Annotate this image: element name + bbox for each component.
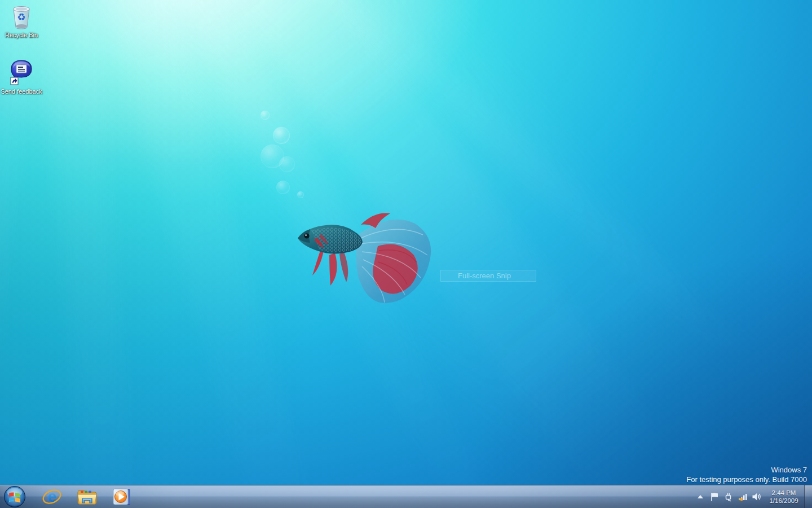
clock-date: 1/16/2009 xyxy=(765,497,803,505)
show-desktop-button[interactable] xyxy=(804,485,812,508)
volume-button[interactable] xyxy=(749,485,764,508)
svg-text:e: e xyxy=(47,488,56,505)
internet-explorer-icon: e xyxy=(42,487,62,507)
chevron-up-icon xyxy=(697,494,704,499)
betta-fish xyxy=(294,208,434,312)
bubble xyxy=(276,181,290,194)
bubble xyxy=(261,111,270,120)
send-feedback-icon xyxy=(8,59,35,87)
desktop-icon-recycle-bin[interactable]: ♻ Recycle Bin xyxy=(0,3,43,39)
clock-time: 2:44 PM xyxy=(765,489,803,497)
recycle-bin-icon: ♻ xyxy=(8,3,35,30)
desktop-wallpaper: Full-screen Snip ♻ Recycle Bin xyxy=(0,0,812,508)
desktop-icon-label: Recycle Bin xyxy=(0,32,43,39)
ghost-fullscreen-snip-overlay: Full-screen Snip xyxy=(440,270,536,282)
volume-speaker-icon xyxy=(752,492,762,501)
bubble xyxy=(297,191,304,198)
svg-text:♻: ♻ xyxy=(17,11,25,23)
desktop-icon-label: Send feedback xyxy=(0,88,43,95)
windows-explorer-folder-icon xyxy=(76,487,98,506)
taskbar-app-windows-media-player[interactable] xyxy=(106,485,138,508)
flag-icon xyxy=(710,492,719,502)
power-plug-icon xyxy=(723,492,733,502)
taskbar-app-windows-explorer[interactable] xyxy=(71,485,103,508)
svg-text:✱: ✱ xyxy=(739,496,743,502)
taskbar-clock[interactable]: 2:44 PM 1/16/2009 xyxy=(764,489,804,505)
taskbar-app-internet-explorer[interactable]: e xyxy=(36,485,68,508)
network-status-button[interactable]: ✱ xyxy=(735,485,749,508)
show-hidden-icons-button[interactable] xyxy=(693,485,707,508)
taskbar: e xyxy=(0,485,812,508)
watermark-line1: Windows 7 xyxy=(686,465,807,475)
network-no-internet-icon: ✱ xyxy=(738,492,748,502)
windows-media-player-icon xyxy=(112,487,132,506)
bubble xyxy=(279,156,295,172)
build-watermark: Windows 7 For testing purposes only. Bui… xyxy=(686,465,807,484)
desktop-icon-send-feedback[interactable]: Send feedback xyxy=(0,59,43,95)
start-button[interactable] xyxy=(0,485,29,508)
bubble xyxy=(273,127,290,144)
start-orb-icon xyxy=(3,485,26,508)
watermark-line2: For testing purposes only. Build 7000 xyxy=(686,475,807,484)
system-tray: ✱ 2:44 PM 1/16/2009 xyxy=(693,485,812,508)
power-status-button[interactable] xyxy=(721,485,735,508)
action-center-button[interactable] xyxy=(707,485,721,508)
